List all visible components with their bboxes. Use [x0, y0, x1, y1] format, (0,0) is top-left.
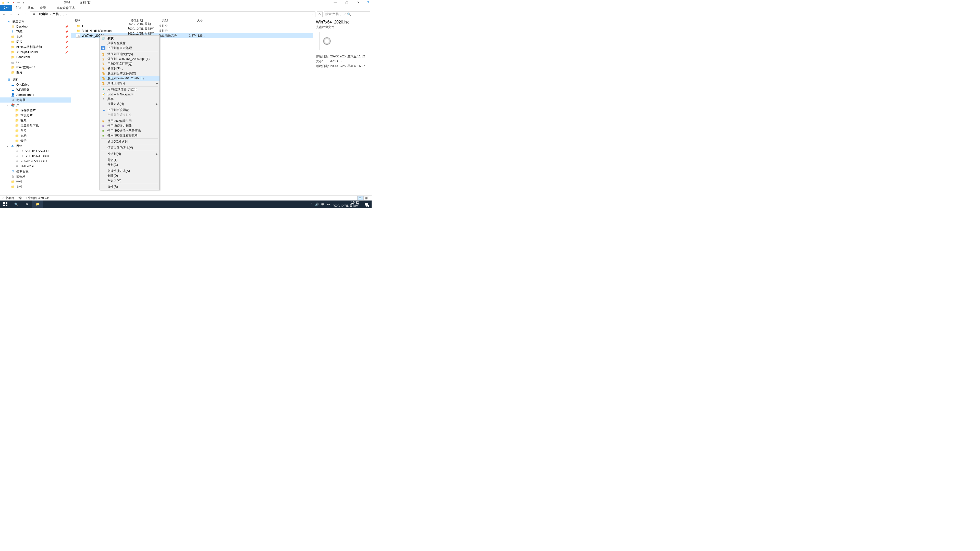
breadcrumb-seg[interactable]: 此电脑: [38, 12, 49, 16]
recent-dropdown[interactable]: ▾: [16, 11, 21, 17]
nav-wps[interactable]: ☁WPS网盘: [0, 87, 71, 92]
tab-view[interactable]: 查看: [37, 5, 49, 11]
close-button[interactable]: ✕: [352, 0, 364, 5]
breadcrumb[interactable]: 🖥 › 此电脑 › 文档 (E:) › ⌄: [30, 11, 315, 17]
ctx-restore-prev[interactable]: 还原以前的版本(V): [100, 145, 159, 150]
back-button[interactable]: ←: [2, 11, 7, 17]
nav-quick-access[interactable]: ★快速访问: [0, 19, 71, 24]
ctx-bee-browser[interactable]: ✦用 蜂蜜浏览器 浏览(3): [100, 87, 159, 92]
qat-icon[interactable]: ▣: [1, 0, 5, 5]
nav-folder[interactable]: 📁图片: [0, 70, 71, 75]
col-type[interactable]: 类型: [159, 18, 185, 23]
ctx-copy[interactable]: 复制(C): [100, 162, 159, 167]
ctx-360-trojan[interactable]: ◉使用 360进行木马云查杀: [100, 128, 159, 133]
nav-drive[interactable]: 🖴G:\: [0, 60, 71, 65]
nav-downloads[interactable]: ⬇下载📌: [0, 29, 71, 34]
col-size[interactable]: 大小: [185, 18, 205, 23]
nav-lib-item[interactable]: 📁视频: [0, 118, 71, 123]
ctx-qq-send[interactable]: 通过QQ发送到: [100, 139, 159, 144]
qat-check-icon[interactable]: ✔: [6, 0, 10, 5]
nav-network-pc[interactable]: 🖥DESKTOP-NJEU3CG: [0, 154, 71, 159]
ctx-rename[interactable]: 重命名(M): [100, 178, 159, 183]
ctx-send-to[interactable]: 发送到(N)▶: [100, 151, 159, 156]
nav-pictures[interactable]: 📁图片📌: [0, 39, 71, 44]
nav-network[interactable]: ⌄🖧网络: [0, 143, 71, 148]
ctx-extract-here[interactable]: 🗜解压到当前文件夹(X): [100, 71, 159, 76]
nav-folder[interactable]: 📁YUNQISHI2019📌: [0, 49, 71, 55]
ctx-burn[interactable]: 刻录光盘映像: [100, 41, 159, 46]
nav-libraries[interactable]: ⌄📚库: [0, 103, 71, 108]
ime-indicator[interactable]: 中: [321, 202, 325, 206]
tab-disc-tools[interactable]: 光盘映像工具: [54, 5, 78, 11]
nav-network-pc[interactable]: 🖥PC-20190530OBLA: [0, 159, 71, 164]
history-dropdown-icon[interactable]: ⌄: [311, 13, 314, 16]
details-view-button[interactable]: ☰: [357, 196, 363, 200]
nav-folder[interactable]: 📁文件: [0, 184, 71, 189]
search-input[interactable]: 搜索"文档 (E:)" 🔍: [324, 11, 370, 17]
ctx-add-archive[interactable]: 🗜添加到压缩文件(A)...: [100, 52, 159, 57]
network-icon[interactable]: 🖧: [327, 203, 330, 206]
help-icon[interactable]: ?: [366, 0, 371, 5]
nav-user[interactable]: 👤Administrator: [0, 92, 71, 97]
ctx-360-menu[interactable]: ◉使用 360管理右键菜单: [100, 133, 159, 138]
tab-share[interactable]: 共享: [24, 5, 37, 11]
volume-icon[interactable]: 🔊: [315, 203, 319, 206]
nav-recycle[interactable]: 🗑回收站: [0, 174, 71, 179]
up-button[interactable]: ↑: [23, 11, 29, 17]
nav-desktop-root[interactable]: 🖥桌面: [0, 77, 71, 82]
ctx-cut[interactable]: 剪切(T): [100, 158, 159, 162]
nav-documents[interactable]: 📁文档📌: [0, 34, 71, 39]
file-row[interactable]: 📁 BaiduNetdiskDownload 2020/12/25, 星期五 1…: [71, 28, 313, 33]
chevron-icon[interactable]: ›: [49, 13, 51, 16]
ctx-notepadpp[interactable]: 📝Edit with Notepad++: [100, 92, 159, 97]
action-center-button[interactable]: 💬3: [363, 200, 370, 208]
ctx-other-zip[interactable]: 🗜其他压缩命令▶: [100, 81, 159, 86]
nav-lib-item[interactable]: 📁图片: [0, 128, 71, 133]
icons-view-button[interactable]: ▦: [363, 196, 369, 200]
nav-folder[interactable]: 📁excel表格制作求和📌: [0, 44, 71, 49]
ctx-open-360zip[interactable]: 🗜用360压缩打开(Q): [100, 62, 159, 66]
nav-folder[interactable]: 📁Bandicam: [0, 55, 71, 60]
nav-folder[interactable]: 📁软件: [0, 179, 71, 184]
nav-lib-item[interactable]: 📁保存的图片: [0, 108, 71, 113]
ctx-mount[interactable]: 💿装载: [100, 36, 159, 41]
chevron-icon[interactable]: ›: [36, 13, 38, 16]
ctx-extract-named[interactable]: 🗜解压到 Win7x64_2020\ (E): [100, 76, 159, 81]
ctx-extract-to[interactable]: 🗜解压到(F)...: [100, 66, 159, 71]
search-button[interactable]: 🔍: [11, 200, 21, 208]
nav-onedrive[interactable]: ☁OneDrive: [0, 82, 71, 87]
search-icon[interactable]: 🔍: [347, 13, 369, 16]
nav-lib-item[interactable]: 📁天翼云盘下载: [0, 123, 71, 128]
ctx-youdao[interactable]: ◉上传到有道云笔记: [100, 46, 159, 51]
nav-control-panel[interactable]: ⚙控制面板: [0, 169, 71, 174]
ctx-360-force-delete[interactable]: ◉使用 360强力删除: [100, 124, 159, 128]
explorer-taskbar-button[interactable]: 📁: [32, 200, 43, 208]
nav-lib-item[interactable]: 📁音乐: [0, 138, 71, 143]
ctx-properties[interactable]: 属性(R): [100, 184, 159, 189]
maximize-button[interactable]: ▢: [341, 0, 352, 5]
qat-menu-icon[interactable]: ▾: [21, 0, 25, 5]
qat-x-icon[interactable]: ✖: [11, 0, 15, 5]
clock[interactable]: 16:32 2020/12/25, 星期五: [332, 201, 359, 208]
file-row[interactable]: 📁 1 2020/12/15, 星期二 1... 文件夹: [71, 24, 313, 28]
tab-file[interactable]: 文件: [0, 5, 12, 11]
start-button[interactable]: [0, 200, 11, 208]
nav-network-pc[interactable]: 🖥DESKTOP-LSSOEDP: [0, 148, 71, 154]
refresh-button[interactable]: ⟳: [317, 11, 323, 17]
nav-network-pc[interactable]: 🖥ZMT2019: [0, 164, 71, 169]
ctx-share[interactable]: ↗共享: [100, 97, 159, 102]
nav-folder[interactable]: 📁win7重装win7: [0, 65, 71, 70]
breadcrumb-seg[interactable]: 文档 (E:): [52, 12, 65, 16]
tab-home[interactable]: 主页: [12, 5, 24, 11]
ctx-baidu-upload[interactable]: ☁上传到百度网盘: [100, 108, 159, 113]
nav-lib-item[interactable]: 📁文档: [0, 133, 71, 138]
qat-undo-icon[interactable]: ↶: [16, 0, 21, 5]
ctx-open-with[interactable]: 打开方式(H)▶: [100, 102, 159, 106]
ctx-shortcut[interactable]: 创建快捷方式(S): [100, 168, 159, 173]
ctx-delete[interactable]: 删除(D): [100, 173, 159, 178]
nav-this-pc[interactable]: 🖥此电脑: [0, 97, 71, 103]
task-view-button[interactable]: ⧉: [21, 200, 32, 208]
minimize-button[interactable]: —: [329, 0, 341, 5]
forward-button[interactable]: →: [9, 11, 14, 17]
col-name[interactable]: 名称▴: [71, 18, 127, 23]
